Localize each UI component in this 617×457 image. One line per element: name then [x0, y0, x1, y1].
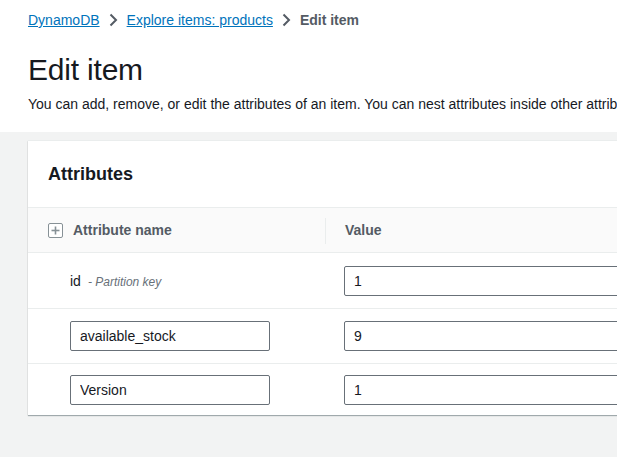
partition-key-hint: - Partition key: [88, 275, 161, 289]
attribute-name-cell: id - Partition key: [28, 273, 344, 289]
attribute-name-column-header: Attribute name: [28, 222, 325, 238]
value-column-label: Value: [345, 222, 382, 238]
attribute-name-cell: [28, 321, 344, 351]
page-title: Edit item: [28, 53, 617, 87]
table-row: [28, 308, 617, 363]
attribute-name-input[interactable]: [70, 375, 270, 405]
breadcrumb-separator-icon: [109, 13, 118, 27]
value-column-header: Value: [325, 222, 382, 238]
attribute-name-cell: [28, 375, 344, 405]
attributes-table-header: Attribute name Value: [28, 207, 617, 253]
column-divider: [325, 218, 326, 244]
value-input[interactable]: [344, 266, 617, 296]
breadcrumb-link-explore-items[interactable]: Explore items: products: [127, 11, 273, 29]
attribute-name-column-label: Attribute name: [73, 222, 172, 238]
value-input[interactable]: [344, 375, 617, 405]
attribute-name-input[interactable]: [70, 321, 270, 351]
content-area: Attributes Attribute name Value id - Par…: [0, 132, 617, 457]
table-row: id - Partition key: [28, 253, 617, 308]
attribute-name-label: id: [70, 273, 81, 289]
expand-all-plus-icon[interactable]: [48, 223, 63, 238]
page-description: You can add, remove, or edit the attribu…: [28, 95, 617, 113]
breadcrumb-separator-icon: [282, 13, 291, 27]
page-header: DynamoDB Explore items: products Edit it…: [0, 0, 617, 132]
attributes-panel: Attributes Attribute name Value id - Par…: [28, 140, 617, 415]
attributes-panel-header: Attributes: [28, 141, 617, 207]
table-row: [28, 363, 617, 416]
breadcrumb: DynamoDB Explore items: products Edit it…: [0, 0, 617, 29]
breadcrumb-link-dynamodb[interactable]: DynamoDB: [28, 11, 100, 29]
value-input[interactable]: [344, 321, 617, 351]
attributes-panel-title: Attributes: [48, 164, 133, 185]
breadcrumb-current-page: Edit item: [300, 11, 359, 29]
